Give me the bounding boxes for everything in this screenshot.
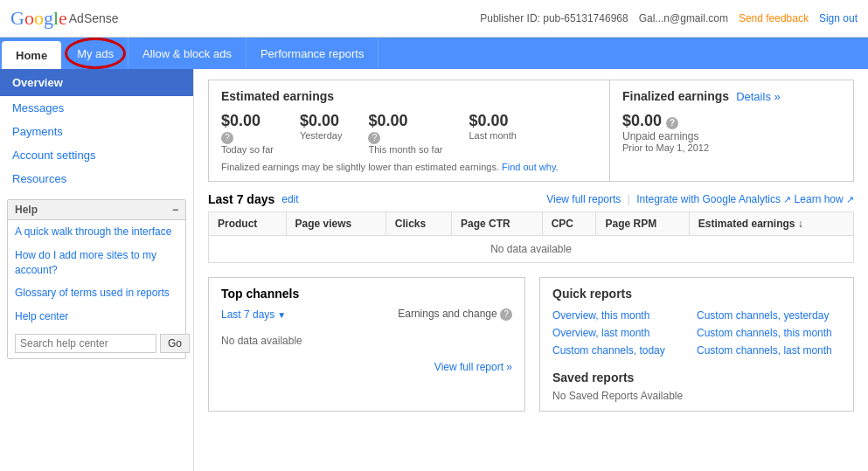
last7-section: Last 7 days edit View full reports | Int…: [208, 192, 854, 263]
table-header-row: Product Page views Clicks Page CTR CPC P…: [209, 212, 854, 236]
info-icon-today[interactable]: ?: [221, 132, 233, 144]
nav-tab-allowblock[interactable]: Allow & block ads: [128, 38, 247, 69]
top-channels-section: Top channels Last 7 days Earnings and ch…: [208, 277, 525, 412]
estimated-earnings-section: Estimated earnings $0.00 ? Today so far …: [208, 80, 854, 182]
publisher-id: Publisher ID: pub-65131746968: [480, 12, 628, 24]
quick-reports-section: Quick reports Overview, this month Custo…: [539, 277, 854, 412]
sign-out-link[interactable]: Sign out: [819, 12, 858, 24]
earnings-lastmonth-amount: $0.00: [469, 112, 516, 130]
last7-title: Last 7 days edit: [208, 192, 299, 206]
sidebar-item-resources[interactable]: Resources: [0, 167, 193, 190]
last7-heading: Last 7 days: [208, 192, 274, 206]
earnings-today: $0.00 ? Today so far: [221, 112, 274, 155]
google-logo-text: Google: [10, 7, 67, 30]
col-header-clicks[interactable]: Clicks: [385, 212, 451, 236]
finalized-earnings-header: Finalized earnings Details »: [622, 89, 841, 103]
find-out-why-link[interactable]: Find out why.: [502, 162, 559, 172]
adsense-logo-text: AdSense: [69, 11, 119, 25]
estimated-earnings-title: Estimated earnings: [221, 89, 597, 103]
col-header-pageviews[interactable]: Page views: [286, 212, 385, 236]
send-feedback-link[interactable]: Send feedback: [739, 12, 809, 24]
help-section: Help − A quick walk through the interfac…: [7, 199, 186, 359]
help-header: Help −: [8, 200, 185, 220]
help-link-walk-through[interactable]: A quick walk through the interface: [8, 220, 185, 244]
channels-no-data: No data available: [221, 328, 512, 354]
earnings-note: Finalized earnings may be slightly lower…: [221, 162, 597, 172]
earnings-change-label: Earnings and change ?: [398, 308, 512, 321]
earnings-today-amount: $0.00: [221, 112, 274, 130]
sidebar-item-payments[interactable]: Payments: [0, 120, 193, 143]
unpaid-date: Prior to May 1, 2012: [622, 142, 841, 153]
sidebar-overview[interactable]: Overview: [0, 69, 193, 96]
last7-header: Last 7 days edit View full reports | Int…: [208, 192, 854, 206]
info-icon-finalized[interactable]: ?: [666, 117, 678, 129]
qr-link-custom-thismonth[interactable]: Custom channels, this month: [697, 325, 841, 341]
info-icon-channels[interactable]: ?: [500, 308, 512, 321]
last7-edit-link[interactable]: edit: [281, 193, 298, 205]
nav-bar: Home My ads Allow & block ads Performanc…: [0, 38, 868, 69]
estimated-earnings-left: Estimated earnings $0.00 ? Today so far …: [208, 80, 609, 182]
earnings-row: $0.00 ? Today so far $0.00 Yesterday $0.…: [221, 112, 597, 155]
last7-links: View full reports | Integrate with Googl…: [546, 193, 854, 205]
period-selector[interactable]: Last 7 days: [221, 308, 286, 321]
qr-link-custom-yesterday[interactable]: Custom channels, yesterday: [697, 308, 841, 323]
table-row-nodata: No data available: [209, 236, 854, 263]
help-link-add-sites[interactable]: How do I add more sites to my account?: [8, 244, 185, 282]
col-header-rpm[interactable]: Page RPM: [596, 212, 689, 236]
qr-link-overview-thismonth[interactable]: Overview, this month: [552, 308, 697, 323]
finalized-earnings-title: Finalized earnings: [622, 89, 729, 103]
help-search-area: Go: [8, 329, 185, 358]
earnings-today-label: Today so far: [221, 144, 274, 155]
qr-link-custom-today[interactable]: Custom channels, today: [552, 343, 697, 358]
col-header-ctr[interactable]: Page CTR: [452, 212, 543, 236]
finalized-earnings-details-link[interactable]: Details »: [736, 90, 781, 103]
help-link-glossary[interactable]: Glossary of terms used in reports: [8, 281, 185, 305]
quick-reports-grid: Overview, this month Custom channels, ye…: [552, 308, 841, 358]
no-data-cell: No data available: [209, 236, 854, 263]
earnings-thismonth: $0.00 ? This month so far: [368, 112, 442, 155]
earnings-thismonth-amount: $0.00: [368, 112, 442, 130]
earnings-yesterday: $0.00 Yesterday: [300, 112, 343, 155]
external-icon2: ↗: [846, 194, 854, 204]
help-search-button[interactable]: Go: [160, 334, 190, 353]
earnings-lastmonth-label: Last month: [469, 130, 516, 141]
info-icon-thismonth[interactable]: ?: [368, 132, 380, 144]
header: Google AdSense Publisher ID: pub-6513174…: [0, 0, 868, 38]
main-area: Overview Messages Payments Account setti…: [0, 69, 868, 471]
qr-link-custom-lastmonth[interactable]: Custom channels, last month: [697, 343, 841, 358]
help-link-center[interactable]: Help center: [8, 305, 185, 329]
view-full-reports-link[interactable]: View full reports: [546, 193, 621, 205]
col-header-estimated-earnings[interactable]: Estimated earnings ↓: [689, 212, 853, 236]
help-search-input[interactable]: [15, 334, 156, 353]
col-header-product[interactable]: Product: [209, 212, 287, 236]
earnings-yesterday-label: Yesterday: [300, 130, 343, 141]
quick-reports-title: Quick reports: [552, 287, 841, 301]
learn-how-link[interactable]: Learn how: [795, 193, 844, 205]
earnings-yesterday-amount: $0.00: [300, 112, 343, 130]
view-full-report-link[interactable]: View full report »: [221, 361, 512, 373]
separator1: |: [628, 193, 630, 205]
qr-link-overview-lastmonth[interactable]: Overview, last month: [552, 325, 697, 341]
no-saved-reports: No Saved Reports Available: [552, 390, 841, 402]
logo: Google AdSense: [10, 7, 119, 30]
sidebar-item-account-settings[interactable]: Account settings: [0, 143, 193, 167]
bottom-section: Top channels Last 7 days Earnings and ch…: [208, 277, 854, 412]
unpaid-label: Unpaid earnings: [622, 130, 841, 142]
nav-tab-home[interactable]: Home: [2, 41, 61, 69]
nav-tab-performance[interactable]: Performance reports: [247, 38, 379, 69]
col-header-cpc[interactable]: CPC: [542, 212, 596, 236]
data-table: Product Page views Clicks Page CTR CPC P…: [208, 211, 854, 263]
nav-tab-myads[interactable]: My ads: [63, 38, 128, 69]
sidebar-item-messages[interactable]: Messages: [0, 96, 193, 120]
earnings-thismonth-label: This month so far: [368, 144, 442, 155]
finalized-amount: $0.00 ?: [622, 112, 841, 130]
help-collapse-icon[interactable]: −: [172, 204, 178, 216]
help-title: Help: [15, 204, 38, 216]
finalized-earnings-section: Finalized earnings Details » $0.00 ? Unp…: [609, 80, 854, 182]
integrate-analytics-link[interactable]: Integrate with Google Analytics: [636, 193, 781, 205]
channels-header: Top channels: [221, 287, 512, 301]
header-right: Publisher ID: pub-65131746968 Gal...n@gm…: [480, 12, 858, 24]
earnings-lastmonth: $0.00 Last month: [469, 112, 516, 155]
content-area: Estimated earnings $0.00 ? Today so far …: [194, 69, 868, 471]
channels-title: Top channels: [221, 287, 299, 301]
